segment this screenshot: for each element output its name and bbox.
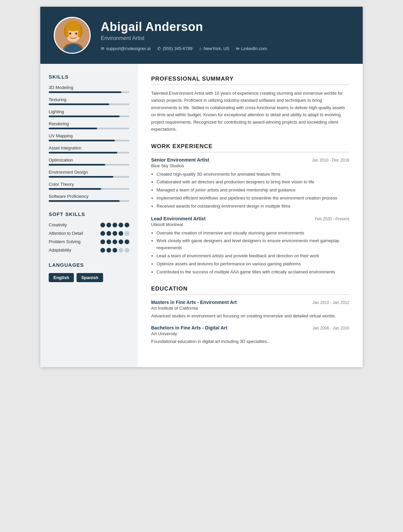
- soft-skill-name: Creativity: [49, 222, 67, 227]
- skill-fill: [49, 152, 117, 153]
- job-bullet: Work closely with game designers and lev…: [156, 237, 349, 252]
- job-bullets: Oversee the creation of immersive and vi…: [151, 230, 349, 276]
- edu-header: Masters in Fine Arts - Environment Art J…: [151, 300, 349, 305]
- skill-item: Asset Integration: [49, 145, 129, 153]
- skill-name: Asset Integration: [49, 145, 129, 150]
- skill-dots: [100, 223, 129, 227]
- skill-item: Rendering: [49, 121, 129, 129]
- skill-dot: [119, 239, 123, 244]
- skill-dot: [100, 239, 105, 244]
- header-title: Environment Artist: [101, 35, 349, 41]
- contact-location: ⌂ NewYork, US: [199, 46, 229, 51]
- skill-dot: [100, 248, 105, 253]
- skill-dot: [106, 239, 111, 244]
- edu-dates: Jan 2006 - Jan 2010: [313, 326, 349, 330]
- education-entry: Masters in Fine Arts - Environment Art J…: [151, 300, 349, 320]
- skill-bar: [49, 140, 129, 141]
- edu-school: Art University: [151, 331, 349, 336]
- job-entry: Senior Environment Artist Jan 2010 - Dec…: [151, 157, 349, 210]
- skill-fill: [49, 200, 120, 202]
- skill-dot: [125, 223, 129, 227]
- skill-bar: [49, 200, 129, 202]
- work-title: WORK EXPERIENCE: [151, 143, 349, 152]
- summary-section: PROFESSIONAL SUMMARY Talented Environmen…: [151, 76, 349, 133]
- job-bullet: Managed a team of junior artists and pro…: [156, 187, 349, 194]
- skills-section-title: SKILLS: [49, 74, 129, 80]
- job-bullet: Oversee the creation of immersive and vi…: [156, 230, 349, 237]
- contact-email: ✉ support@cvdesigner.ai: [101, 46, 150, 51]
- skill-dot: [113, 248, 117, 253]
- skill-dot: [113, 239, 117, 244]
- soft-skill-name: Problem Solving: [49, 239, 81, 244]
- skill-dots: [100, 239, 129, 244]
- skill-name: Lighting: [49, 109, 129, 114]
- skill-dot: [106, 231, 111, 236]
- header-contacts: ✉ support@cvdesigner.ai ✆ (555) 345-6789…: [101, 46, 349, 51]
- language-badges: English Spanish: [49, 273, 129, 282]
- language-english[interactable]: English: [49, 273, 74, 282]
- skill-dots: [100, 248, 129, 253]
- summary-title: PROFESSIONAL SUMMARY: [151, 76, 349, 85]
- skill-name: Optimization: [49, 158, 129, 163]
- job-dates: Jan 2010 - Dec 2019: [312, 158, 349, 163]
- skill-name: UV Mapping: [49, 133, 129, 138]
- body: SKILLS 3D Modeling Texturing Lighting Re…: [40, 64, 363, 367]
- skill-fill: [49, 176, 113, 178]
- skill-dot: [119, 248, 123, 253]
- skill-dot: [119, 223, 123, 227]
- sidebar: SKILLS 3D Modeling Texturing Lighting Re…: [40, 64, 138, 367]
- skill-dot: [125, 248, 129, 253]
- svg-point-8: [75, 33, 77, 35]
- main-content: PROFESSIONAL SUMMARY Talented Environmen…: [138, 64, 363, 367]
- soft-skill-name: Adaptability: [49, 248, 71, 253]
- skill-dot: [125, 239, 129, 244]
- soft-skill-item: Creativity: [49, 222, 129, 227]
- skill-fill: [49, 128, 97, 129]
- svg-point-9: [67, 35, 71, 37]
- svg-point-10: [76, 35, 79, 37]
- edu-description: Foundational education in digital art in…: [151, 338, 349, 345]
- skill-name: Environment Design: [49, 170, 129, 175]
- skill-fill: [49, 140, 115, 141]
- skill-bar: [49, 176, 129, 178]
- job-title: Senior Environment Artist: [151, 157, 209, 163]
- skill-dot: [125, 231, 129, 236]
- language-spanish[interactable]: Spanish: [77, 273, 103, 282]
- skill-name: Software Proficiency: [49, 194, 129, 199]
- skill-bar: [49, 128, 129, 129]
- education-title: EDUCATION: [151, 285, 349, 295]
- soft-skill-item: Problem Solving: [49, 239, 129, 244]
- edu-degree: Bachelors in Fine Arts - Digital Art: [151, 325, 227, 330]
- job-company: Ubisoft Montreal: [151, 222, 349, 227]
- skill-bar: [49, 152, 129, 153]
- edu-school: Art Institute of California: [151, 306, 349, 311]
- edu-dates: Jan 2010 - Jan 2012: [313, 300, 349, 305]
- edu-description: Advanced studies in environment art focu…: [151, 313, 349, 320]
- job-bullet: Contributed to the success of multiple A…: [156, 269, 349, 276]
- job-bullets: Created high-quality 3D environments for…: [151, 171, 349, 210]
- skill-fill: [49, 188, 101, 190]
- skill-item: 3D Modeling: [49, 85, 129, 93]
- svg-point-7: [69, 33, 71, 35]
- avatar-image: [55, 18, 91, 54]
- skill-item: UV Mapping: [49, 133, 129, 141]
- contact-linkedin: in LinkedIn.com: [236, 46, 267, 51]
- skill-item: Environment Design: [49, 170, 129, 178]
- job-title: Lead Environment Artist: [151, 216, 206, 221]
- skill-bar: [49, 188, 129, 190]
- edu-header: Bachelors in Fine Arts - Digital Art Jan…: [151, 325, 349, 330]
- avatar: [54, 17, 91, 54]
- skill-bar: [49, 103, 129, 105]
- job-bullet: Created high-quality 3D environments for…: [156, 171, 349, 178]
- skill-item: Texturing: [49, 97, 129, 105]
- skill-fill: [49, 103, 109, 105]
- education-section: EDUCATION Masters in Fine Arts - Environ…: [151, 285, 349, 345]
- skill-dot: [106, 223, 111, 227]
- work-section: WORK EXPERIENCE Senior Environment Artis…: [151, 143, 349, 276]
- education-entry: Bachelors in Fine Arts - Digital Art Jan…: [151, 325, 349, 345]
- skill-name: 3D Modeling: [49, 85, 129, 90]
- job-bullet: Lead a team of environment artists and p…: [156, 253, 349, 260]
- job-dates: Feb 2020 - Present: [315, 217, 349, 221]
- soft-skill-item: Attention to Detail: [49, 231, 129, 236]
- job-bullet: Collaborated with art directors and prod…: [156, 179, 349, 186]
